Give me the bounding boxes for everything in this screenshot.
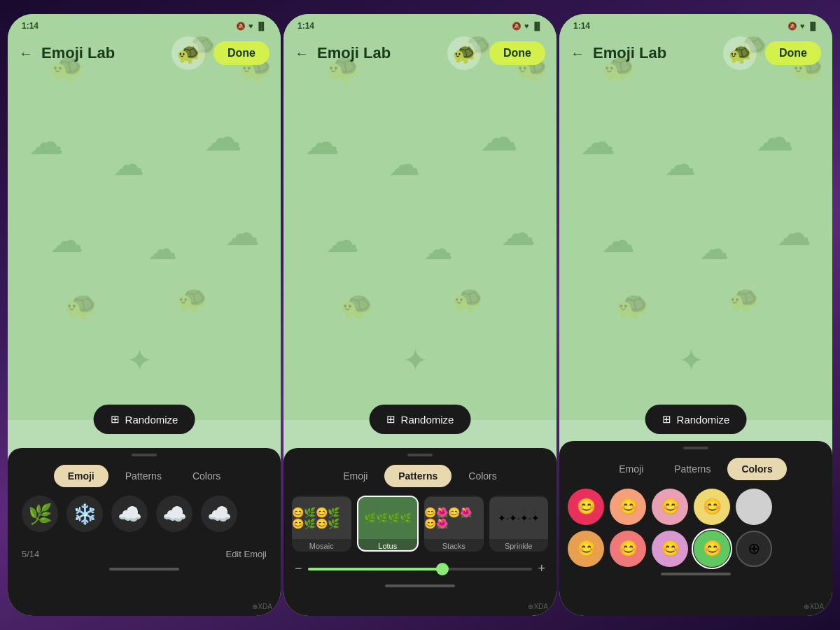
slider-thumb[interactable]	[436, 563, 449, 575]
randomize-button-2[interactable]: ⊞ Randomize	[370, 405, 471, 434]
randomize-icon-3: ⊞	[662, 413, 671, 426]
tab-emoji-1[interactable]: Emoji	[54, 465, 108, 487]
home-indicator-3	[661, 573, 731, 575]
watermark-2: ⊕XDA	[528, 603, 548, 610]
tab-bar-2: Emoji Patterns Colors	[284, 465, 556, 487]
colors-row-2: 😊 😊 😊 😊 ⊕	[559, 531, 832, 567]
randomize-icon-2: ⊞	[386, 413, 396, 426]
tab-emoji-3[interactable]: Emoji	[605, 458, 657, 480]
color-pink[interactable]: 😊	[652, 489, 688, 525]
randomize-label-2: Randomize	[401, 414, 454, 426]
pattern-lotus[interactable]: 🌿🌿🌿🌿 Lotus	[357, 496, 419, 552]
slider-fill	[308, 568, 443, 570]
done-button-1[interactable]: Done	[214, 41, 270, 65]
tab-colors-3[interactable]: Colors	[727, 458, 786, 480]
phone-2: 🐢 🐢 🐢 ☁ ☁ ☁ ☁ ☁ ☁ 🐢 🐢 ✦ 1:14 🔕 ♥ ▐▌	[284, 14, 556, 616]
randomize-label-1: Randomize	[125, 414, 178, 426]
color-mauve[interactable]: 😊	[652, 531, 688, 567]
color-more[interactable]: ⊕	[736, 531, 772, 567]
tab-bar-1: Emoji Patterns Colors	[8, 465, 281, 487]
top-bar-3: ← Emoji Lab 🐢 Done	[559, 34, 832, 76]
main-area-1: ⊞ Randomize Emoji Patterns Colors 🌿 ❄️ ☁…	[8, 76, 281, 616]
bottom-panel-2: Emoji Patterns Colors 😊🌿😊🌿😊🌿😊🌿 Mosaic	[284, 448, 556, 616]
bottom-panel-1: Emoji Patterns Colors 🌿 ❄️ ☁️ ☁️ ☁️ 5/14…	[8, 448, 281, 616]
home-indicator-2	[385, 584, 455, 587]
time-3: 1:14	[573, 21, 590, 31]
patterns-grid: 😊🌿😊🌿😊🌿😊🌿 Mosaic 🌿🌿🌿🌿 Lotus 😊🌺😊🌺😊🌺	[284, 496, 556, 552]
tab-bar-3: Emoji Patterns Colors	[559, 458, 832, 480]
emoji-item-4[interactable]: ☁️	[156, 496, 192, 532]
slider-minus[interactable]: −	[295, 561, 302, 576]
tab-patterns-1[interactable]: Patterns	[111, 465, 176, 487]
done-button-3[interactable]: Done	[765, 41, 821, 65]
pattern-stacks-label: Stacks	[442, 542, 465, 550]
emoji-row-1: 🌿 ❄️ ☁️ ☁️ ☁️	[8, 496, 281, 532]
status-bar-1: 1:14 🔕 ♥ ▐▌	[8, 14, 281, 34]
status-icons-1: 🔕 ♥ ▐▌	[236, 22, 267, 31]
panel-handle-3	[683, 447, 708, 449]
color-orange[interactable]: 😊	[568, 531, 604, 567]
tab-patterns-2[interactable]: Patterns	[384, 465, 451, 487]
edit-emoji-button-1[interactable]: Edit Emoji	[225, 549, 267, 559]
phone-1: 🐢 🐢 🐢 ☁ ☁ ☁ ☁ ☁ ☁ 🐢 🐢 ✦ 1:14 🔕	[8, 14, 281, 616]
watermark-1: ⊕XDA	[252, 603, 272, 610]
app-title-1: Emoji Lab	[41, 44, 163, 62]
randomize-button-1[interactable]: ⊞ Randomize	[94, 405, 195, 434]
pattern-sprinkle-label: Sprinkle	[505, 542, 533, 550]
status-icons-3: 🔕 ♥ ▐▌	[788, 22, 818, 31]
panel-handle-1	[132, 454, 157, 456]
turtle-avatar-1: 🐢	[172, 36, 205, 70]
pattern-mosaic-label: Mosaic	[309, 542, 334, 550]
pattern-stacks-preview: 😊🌺😊🌺😊🌺	[424, 497, 484, 539]
status-bar-3: 1:14 🔕 ♥ ▐▌	[559, 14, 832, 34]
emoji-item-5[interactable]: ☁️	[201, 496, 237, 532]
panel-footer-1: 5/14 Edit Emoji	[8, 543, 281, 565]
color-salmon[interactable]: 😊	[610, 531, 646, 567]
pattern-stacks[interactable]: 😊🌺😊🌺😊🌺 Stacks	[424, 496, 484, 552]
status-icons-2: 🔕 ♥ ▐▌	[512, 22, 542, 31]
app-title-3: Emoji Lab	[593, 44, 715, 62]
emoji-count-1: 5/14	[22, 549, 39, 559]
tab-emoji-2[interactable]: Emoji	[329, 465, 382, 487]
slider-row: − +	[284, 559, 556, 579]
bottom-panel-3: Emoji Patterns Colors 😊 😊 😊 😊 😊 😊 😊	[559, 441, 832, 616]
emoji-item-1[interactable]: 🌿	[22, 496, 58, 532]
top-bar-1: ← Emoji Lab 🐢 Done	[8, 34, 281, 76]
pattern-mosaic-preview: 😊🌿😊🌿😊🌿😊🌿	[292, 497, 351, 539]
status-bar-2: 1:14 🔕 ♥ ▐▌	[284, 14, 556, 34]
pattern-sprinkle-preview: ✦·✦·✦·✦	[489, 497, 549, 539]
pattern-lotus-preview: 🌿🌿🌿🌿	[358, 497, 418, 539]
pattern-lotus-label: Lotus	[378, 542, 397, 550]
done-button-2[interactable]: Done	[489, 41, 545, 65]
color-peach[interactable]: 😊	[610, 489, 646, 525]
color-yellow[interactable]: 😊	[694, 489, 730, 525]
tab-colors-2[interactable]: Colors	[454, 465, 510, 487]
app-title-2: Emoji Lab	[317, 44, 439, 62]
slider-track[interactable]	[308, 568, 533, 570]
color-coral	[736, 489, 772, 525]
watermark-3: ⊕XDA	[804, 603, 824, 610]
randomize-icon-1: ⊞	[111, 413, 120, 426]
color-green[interactable]: 😊	[694, 531, 730, 567]
panel-handle-2	[407, 454, 433, 456]
time-1: 1:14	[22, 21, 38, 31]
slider-plus[interactable]: +	[538, 561, 545, 576]
main-area-2: ⊞ Randomize Emoji Patterns Colors 😊🌿😊🌿😊🌿…	[284, 76, 556, 616]
tab-colors-1[interactable]: Colors	[178, 465, 234, 487]
randomize-button-3[interactable]: ⊞ Randomize	[645, 405, 747, 434]
time-2: 1:14	[298, 21, 314, 31]
phone-3: 🐢 🐢 🐢 ☁ ☁ ☁ ☁ ☁ ☁ 🐢 🐢 ✦ 1:14 🔕 ♥ ▐▌	[559, 14, 832, 616]
tab-patterns-3[interactable]: Patterns	[660, 458, 724, 480]
top-bar-2: ← Emoji Lab 🐢 Done	[284, 34, 556, 76]
back-button-2[interactable]: ←	[295, 46, 309, 62]
emoji-item-3[interactable]: ☁️	[111, 496, 148, 532]
phones-container: 🐢 🐢 🐢 ☁ ☁ ☁ ☁ ☁ ☁ 🐢 🐢 ✦ 1:14 🔕	[6, 14, 834, 616]
pattern-sprinkle[interactable]: ✦·✦·✦·✦ Sprinkle	[489, 496, 549, 552]
back-button-1[interactable]: ←	[19, 46, 33, 62]
turtle-avatar-2: 🐢	[447, 36, 481, 70]
color-red[interactable]: 😊	[568, 489, 604, 525]
pattern-mosaic[interactable]: 😊🌿😊🌿😊🌿😊🌿 Mosaic	[292, 496, 351, 552]
emoji-item-2[interactable]: ❄️	[66, 496, 103, 532]
back-button-3[interactable]: ←	[570, 46, 584, 62]
main-area-3: ⊞ Randomize Emoji Patterns Colors 😊 😊 😊 …	[559, 76, 832, 616]
